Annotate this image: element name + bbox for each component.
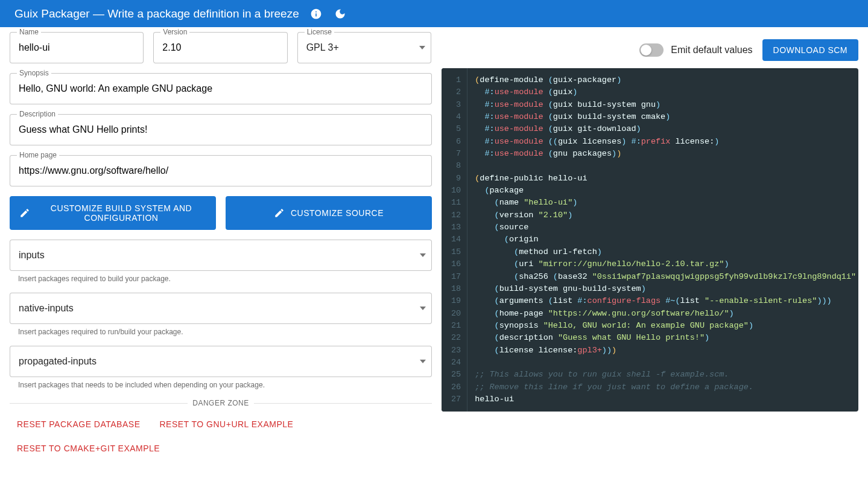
native-inputs-field: native-inputs bbox=[10, 293, 432, 324]
code-content: (define-module (guix-packager) #:use-mod… bbox=[467, 68, 858, 412]
license-label: License bbox=[305, 28, 334, 36]
homepage-input[interactable] bbox=[10, 155, 432, 186]
edit-icon bbox=[19, 208, 30, 218]
output-header: Emit default values DOWNLOAD SCM bbox=[442, 32, 858, 68]
name-label: Name bbox=[17, 28, 41, 36]
reset-gnu-button[interactable]: RESET TO GNU+URL EXAMPLE bbox=[152, 415, 300, 434]
synopsis-input[interactable] bbox=[10, 73, 432, 104]
emit-default-label: Emit default values bbox=[671, 45, 752, 56]
version-label: Version bbox=[160, 28, 189, 36]
synopsis-field: Synopsis bbox=[10, 73, 432, 104]
version-input[interactable] bbox=[153, 32, 287, 63]
description-label: Description bbox=[17, 110, 58, 118]
native-inputs-select[interactable]: native-inputs bbox=[10, 293, 432, 324]
app-title: Guix Packager — Write a package definiti… bbox=[14, 7, 299, 21]
name-field: Name bbox=[10, 32, 144, 63]
customize-source-label: CUSTOMIZE SOURCE bbox=[291, 208, 384, 218]
inputs-helper: Insert packages required to build your p… bbox=[10, 275, 432, 283]
native-inputs-helper: Insert packages required to run/build yo… bbox=[10, 328, 432, 336]
emit-default-toggle: Emit default values bbox=[639, 43, 752, 57]
download-button[interactable]: DOWNLOAD SCM bbox=[762, 39, 858, 61]
emit-default-switch[interactable] bbox=[639, 43, 664, 57]
edit-icon bbox=[274, 208, 285, 218]
description-input[interactable] bbox=[10, 114, 432, 145]
line-numbers: 1234567891011121314151617181920212223242… bbox=[442, 68, 467, 412]
danger-divider: DANGER ZONE bbox=[10, 399, 432, 407]
propagated-inputs-select[interactable]: propagated-inputs bbox=[10, 346, 432, 377]
code-editor[interactable]: 1234567891011121314151617181920212223242… bbox=[442, 68, 858, 412]
name-input[interactable] bbox=[10, 32, 144, 63]
customize-source-button[interactable]: CUSTOMIZE SOURCE bbox=[226, 196, 432, 230]
reset-db-button[interactable]: RESET PACKAGE DATABASE bbox=[10, 415, 147, 434]
homepage-label: Home page bbox=[17, 151, 59, 159]
propagated-inputs-field: propagated-inputs bbox=[10, 346, 432, 377]
danger-zone-label: DANGER ZONE bbox=[192, 399, 249, 407]
reset-cmake-button[interactable]: RESET TO CMAKE+GIT EXAMPLE bbox=[10, 439, 167, 458]
customize-build-label: CUSTOMIZE BUILD SYSTEM AND CONFIGURATION bbox=[36, 203, 206, 223]
synopsis-label: Synopsis bbox=[17, 69, 51, 77]
inputs-select[interactable]: inputs bbox=[10, 240, 432, 271]
main-container: Name Version License GPL 3+ Synopsis bbox=[0, 27, 868, 468]
description-field: Description bbox=[10, 114, 432, 145]
license-select[interactable]: GPL 3+ bbox=[297, 32, 431, 63]
form-panel: Name Version License GPL 3+ Synopsis bbox=[10, 32, 432, 458]
customize-build-button[interactable]: CUSTOMIZE BUILD SYSTEM AND CONFIGURATION bbox=[10, 196, 216, 230]
propagated-inputs-helper: Insert packages that needs to be include… bbox=[10, 381, 432, 389]
app-bar: Guix Packager — Write a package definiti… bbox=[0, 0, 868, 27]
output-panel: Emit default values DOWNLOAD SCM 1234567… bbox=[442, 32, 858, 458]
inputs-field: inputs bbox=[10, 240, 432, 271]
version-field: Version bbox=[153, 32, 287, 63]
info-icon[interactable] bbox=[309, 7, 323, 21]
dark-mode-icon[interactable] bbox=[333, 7, 347, 21]
homepage-field: Home page bbox=[10, 155, 432, 186]
license-field: License GPL 3+ bbox=[297, 32, 431, 63]
